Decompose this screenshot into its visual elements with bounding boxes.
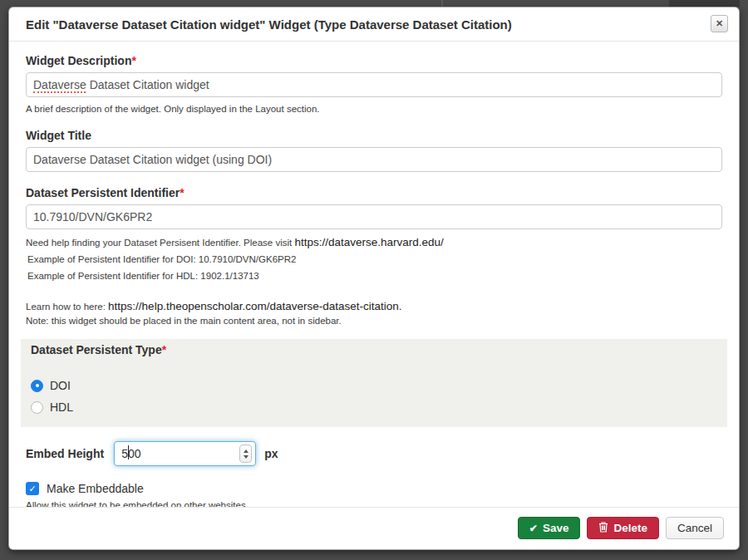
radio-option-doi[interactable]: DOI <box>31 379 717 392</box>
embed-height-value: 500 <box>121 447 239 460</box>
cancel-button[interactable]: Cancel <box>666 517 724 539</box>
embed-height-suffix: px <box>264 447 278 460</box>
dataset-persistent-identifier-input[interactable] <box>26 204 722 229</box>
delete-button-label: Delete <box>613 522 647 534</box>
required-asterisk: * <box>180 186 184 199</box>
pid-learn-line: Learn how to here: https://help.theopens… <box>26 301 722 312</box>
widget-description-help: A brief description of the widget. Only … <box>26 103 722 115</box>
widget-description-label: Widget Description* <box>26 54 722 67</box>
pid-help-line: Need help finding your Dataset Persisent… <box>26 237 722 248</box>
widget-description-group: Widget Description* A brief description … <box>26 54 722 115</box>
stepper-down-icon[interactable] <box>244 455 249 459</box>
save-button-label: Save <box>543 522 569 534</box>
widget-description-label-text: Widget Description <box>26 54 131 67</box>
trash-icon <box>598 521 608 535</box>
background-seam <box>441 0 443 7</box>
radio-doi-icon[interactable] <box>31 380 43 392</box>
dialog-header: Edit "Dataverse Dataset Citation widget"… <box>9 7 739 42</box>
make-embeddable-help: Allow this widget to be embedded on othe… <box>26 499 722 507</box>
radio-hdl-icon[interactable] <box>31 401 43 414</box>
dataset-persistent-type-label: Dataset Persistent Type* <box>31 341 717 356</box>
text-caret <box>128 445 129 459</box>
radio-doi-label: DOI <box>50 379 71 392</box>
dialog-body: Widget Description* A brief description … <box>9 42 739 507</box>
dataset-persistent-type-panel: Dataset Persistent Type* DOI HDL <box>21 339 727 427</box>
embed-height-label: Embed Height <box>26 447 104 460</box>
required-asterisk: * <box>131 54 135 67</box>
radio-option-hdl[interactable]: HDL <box>31 400 717 414</box>
dataset-persistent-identifier-group: Dataset Persistent Identifier* Need help… <box>26 186 722 327</box>
embed-height-input[interactable]: 500 <box>114 441 256 466</box>
stepper-up-icon[interactable] <box>244 449 249 453</box>
dataset-persistent-identifier-label-text: Dataset Persistent Identifier <box>26 186 180 199</box>
cancel-button-label: Cancel <box>677 522 712 534</box>
dataverse-url: https://dataverse.harvard.edu/ <box>294 236 443 248</box>
widget-title-input[interactable] <box>26 147 722 172</box>
widget-description-input[interactable] <box>26 72 722 97</box>
dataset-persistent-identifier-label: Dataset Persistent Identifier* <box>26 186 722 199</box>
pid-learn-prefix: Learn how to here: <box>26 302 108 312</box>
background-dark-strip <box>669 0 740 7</box>
embed-height-group: Embed Height 500 px <box>26 441 722 466</box>
make-embeddable-group[interactable]: ✓ Make Embeddable <box>26 482 722 495</box>
save-button[interactable]: ✔ Save <box>518 517 581 539</box>
edit-widget-dialog: Edit "Dataverse Dataset Citation widget"… <box>8 7 740 550</box>
widget-title-group: Widget Title <box>26 129 722 172</box>
dataset-persistent-type-label-text: Dataset Persistent Type <box>31 343 162 356</box>
make-embeddable-label: Make Embeddable <box>47 482 144 495</box>
pid-example-doi: Example of Persistent Identifier for DOI… <box>27 253 722 265</box>
pid-note-line: Note: this widget should be placed in th… <box>26 315 722 327</box>
number-stepper[interactable] <box>239 445 252 463</box>
dialog-footer: ✔ Save Delete Cancel <box>9 507 739 549</box>
required-asterisk: * <box>162 343 166 356</box>
radio-hdl-label: HDL <box>50 400 73 414</box>
close-icon[interactable]: ✕ <box>711 15 728 32</box>
check-icon: ✔ <box>529 523 538 534</box>
delete-button[interactable]: Delete <box>587 517 659 539</box>
pid-example-hdl: Example of Persistent Identifier for HDL… <box>27 270 722 282</box>
pid-help-prefix: Need help finding your Dataset Persisent… <box>26 238 294 248</box>
help-url: https://help.theopenscholar.com/datavers… <box>108 300 401 312</box>
widget-title-label: Widget Title <box>26 129 722 142</box>
dialog-title: Edit "Dataverse Dataset Citation widget"… <box>26 18 722 32</box>
make-embeddable-checkbox[interactable]: ✓ <box>26 482 39 495</box>
